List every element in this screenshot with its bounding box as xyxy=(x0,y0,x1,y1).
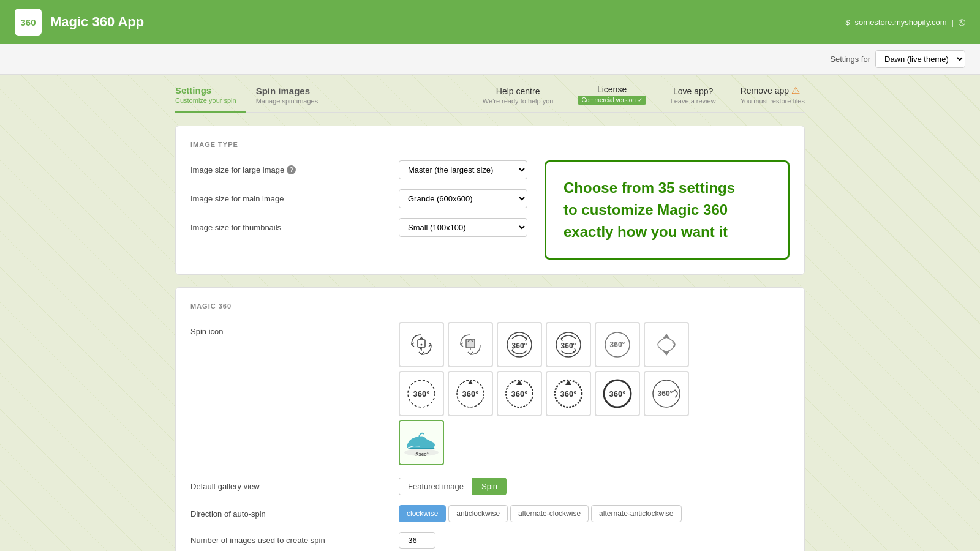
svg-text:360°: 360° xyxy=(658,389,673,398)
direction-clockwise[interactable]: clockwise xyxy=(399,505,446,522)
gallery-view-label: Default gallery view xyxy=(190,482,399,491)
spin-icon-11[interactable]: 360° xyxy=(595,371,640,416)
large-image-label: Image size for large image ? xyxy=(190,165,399,174)
auto-spin-label: Direction of auto-spin xyxy=(190,509,399,519)
svg-text:360°: 360° xyxy=(462,389,479,399)
help-icon-large[interactable]: ? xyxy=(287,165,296,174)
spin-icon-2-svg xyxy=(452,326,489,363)
warning-icon: ⚠ xyxy=(791,84,800,96)
settings-for-bar: Settings for Dawn (live theme) xyxy=(0,44,980,75)
logout-icon[interactable]: ⎋ xyxy=(959,16,965,29)
svg-point-0 xyxy=(421,344,423,346)
tab-settings-title: Settings xyxy=(175,85,236,96)
svg-text:360°: 360° xyxy=(560,389,577,399)
action-remove-subtitle: You must restore files xyxy=(741,97,805,105)
spin-icon-1-svg xyxy=(403,326,440,363)
spin-icon-5-svg: 360° xyxy=(599,326,636,363)
spin-icon-11-svg: 360° xyxy=(599,375,636,412)
gallery-view-row: Default gallery view Featured image Spin xyxy=(190,478,790,495)
spin-icon-1[interactable] xyxy=(399,322,444,367)
form-row-thumb: Image size for thumbnails Small (100x100… xyxy=(190,218,530,237)
spin-count-label: Number of images used to create spin xyxy=(190,536,399,545)
spin-icon-13-svg: ↺360° xyxy=(402,425,441,460)
spin-icon-row: Spin icon xyxy=(190,322,790,465)
action-remove[interactable]: Remove app ⚠ You must restore files xyxy=(728,84,805,112)
tab-settings[interactable]: Settings Customize your spin xyxy=(175,85,246,113)
check-icon: ✓ xyxy=(638,97,643,103)
image-type-title: IMAGE TYPE xyxy=(190,141,790,148)
promo-text: Choose from 35 settings to customize Mag… xyxy=(564,177,771,243)
theme-select[interactable]: Dawn (live theme) xyxy=(875,50,965,68)
promo-box: Choose from 35 settings to customize Mag… xyxy=(545,160,790,260)
direction-anticlockwise[interactable]: anticlockwise xyxy=(448,505,508,522)
header-left: 360 Magic 360 App xyxy=(15,9,144,36)
store-link[interactable]: somestore.myshopify.com xyxy=(855,18,947,27)
spin-icon-12-svg: 360° xyxy=(648,375,685,412)
svg-text:360°: 360° xyxy=(609,389,626,399)
settings-for-label: Settings for xyxy=(830,54,870,64)
direction-alternate-clockwise[interactable]: alternate-clockwise xyxy=(510,505,589,522)
direction-buttons: clockwise anticlockwise alternate-clockw… xyxy=(399,505,682,522)
form-row-main: Image size for main image Grande (600x60… xyxy=(190,189,530,208)
app-header: 360 Magic 360 App $ somestore.myshopify.… xyxy=(0,0,980,44)
header-right: $ somestore.myshopify.com | ⎋ xyxy=(845,16,965,29)
auto-spin-row: Direction of auto-spin clockwise anticlo… xyxy=(190,505,790,522)
gallery-view-buttons: Featured image Spin xyxy=(399,478,507,495)
svg-text:360°: 360° xyxy=(413,389,430,399)
direction-alternate-anticlockwise[interactable]: alternate-anticlockwise xyxy=(591,505,681,522)
spin-icon-7[interactable]: 360° xyxy=(399,371,444,416)
spin-icon-10[interactable]: 360° xyxy=(546,371,591,416)
svg-rect-1 xyxy=(418,340,425,347)
action-love-title: Love app? xyxy=(671,86,716,96)
magic360-section: MAGIC 360 Spin icon xyxy=(175,287,805,551)
main-image-select[interactable]: Grande (600x600) xyxy=(399,189,527,208)
action-license[interactable]: License Commercial version ✓ xyxy=(565,84,658,112)
magic360-title: MAGIC 360 xyxy=(190,302,790,310)
action-love[interactable]: Love app? Leave a review xyxy=(658,86,728,112)
spin-icon-3[interactable]: 360° xyxy=(497,322,542,367)
spin-icon-13[interactable]: ↺360° xyxy=(399,420,444,465)
logo-box: 360 xyxy=(15,9,42,36)
spin-count-input[interactable] xyxy=(399,532,435,549)
svg-text:360°: 360° xyxy=(561,342,576,350)
store-icon: $ xyxy=(845,18,850,27)
spin-icon-4[interactable]: 360° xyxy=(546,322,591,367)
spin-icon-8-svg: 360° xyxy=(452,375,489,412)
spin-icon-9-svg: 360° xyxy=(501,375,538,412)
action-help[interactable]: Help centre We're ready to help you xyxy=(470,86,566,112)
svg-text:↺360°: ↺360° xyxy=(414,452,429,457)
main-content: Settings Customize your spin Spin images… xyxy=(165,75,815,551)
gallery-spin-btn[interactable]: Spin xyxy=(472,478,507,495)
thumb-select[interactable]: Small (100x100) xyxy=(399,218,527,237)
tab-spin-title: Spin images xyxy=(256,86,318,96)
svg-rect-2 xyxy=(466,339,475,348)
svg-text:360°: 360° xyxy=(610,340,625,349)
action-love-subtitle: Leave a review xyxy=(671,97,716,105)
action-help-subtitle: We're ready to help you xyxy=(483,97,554,105)
spin-icon-8[interactable]: 360° xyxy=(448,371,493,416)
spin-icon-label: Spin icon xyxy=(190,322,399,336)
spin-icon-5[interactable]: 360° xyxy=(595,322,640,367)
spin-icons-grid: 360° 360° xyxy=(399,322,689,465)
main-image-label: Image size for main image xyxy=(190,194,399,203)
action-remove-title: Remove app ⚠ xyxy=(741,84,805,96)
image-type-section: IMAGE TYPE Image size for large image ? … xyxy=(175,126,805,275)
spin-icon-9[interactable]: 360° xyxy=(497,371,542,416)
thumb-label: Image size for thumbnails xyxy=(190,223,399,232)
tab-settings-subtitle: Customize your spin xyxy=(175,97,236,104)
action-license-badge: Commercial version ✓ xyxy=(578,96,646,105)
tab-spin-images[interactable]: Spin images Manage spin images xyxy=(246,86,338,112)
spin-icon-7-svg: 360° xyxy=(403,375,440,412)
nav-tabs: Settings Customize your spin Spin images… xyxy=(175,75,805,113)
gallery-featured-btn[interactable]: Featured image xyxy=(399,478,472,495)
spin-icon-4-svg: 360° xyxy=(550,326,587,363)
spin-icon-6[interactable] xyxy=(644,322,689,367)
app-title: Magic 360 App xyxy=(50,14,144,30)
action-help-title: Help centre xyxy=(483,86,554,96)
action-license-title: License xyxy=(578,84,646,94)
image-type-form: Image size for large image ? Master (the… xyxy=(190,160,530,247)
form-row-large: Image size for large image ? Master (the… xyxy=(190,160,530,179)
spin-icon-2[interactable] xyxy=(448,322,493,367)
spin-icon-12[interactable]: 360° xyxy=(644,371,689,416)
large-image-select[interactable]: Master (the largest size) xyxy=(399,160,527,179)
